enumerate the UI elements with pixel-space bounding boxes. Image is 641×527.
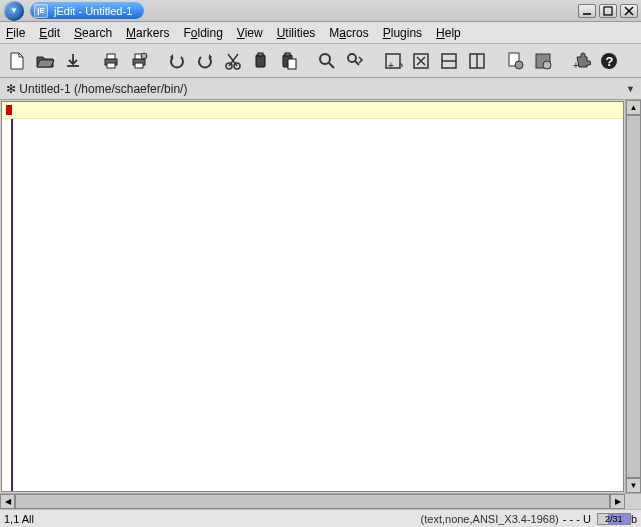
editor-area: ▲ ▼ (0, 100, 641, 493)
scroll-corner (625, 494, 641, 509)
svg-rect-17 (288, 59, 296, 69)
svg-point-10 (141, 53, 147, 59)
svg-rect-6 (107, 63, 115, 68)
status-flags: - - - U (563, 513, 591, 525)
text-area[interactable] (1, 101, 624, 492)
cut-button[interactable] (220, 48, 246, 74)
menu-edit[interactable]: Edit (39, 26, 60, 40)
print-button[interactable] (98, 48, 124, 74)
save-button[interactable] (60, 48, 86, 74)
svg-rect-9 (135, 63, 143, 68)
app-icon: jE (34, 4, 48, 18)
text-content[interactable] (11, 119, 623, 491)
vscroll-track[interactable] (626, 115, 641, 478)
find-button[interactable] (314, 48, 340, 74)
caret-position: 1,1 All (4, 513, 421, 525)
maximize-button[interactable] (599, 4, 617, 18)
menu-search[interactable]: Search (74, 26, 112, 40)
menu-utilities[interactable]: Utilities (277, 26, 316, 40)
menu-folding[interactable]: Folding (183, 26, 222, 40)
svg-point-28 (515, 61, 523, 69)
help-button[interactable]: ? (596, 48, 622, 74)
unsplit-button[interactable] (408, 48, 434, 74)
menu-macros[interactable]: Macros (329, 26, 368, 40)
buffer-mode[interactable]: (text,none,ANSI_X3.4-1968) (421, 513, 559, 525)
minimize-button[interactable] (578, 4, 596, 18)
hscroll-track[interactable] (15, 494, 610, 509)
scroll-right-button[interactable]: ▶ (610, 494, 625, 509)
window-title: jEdit - Untitled-1 (54, 5, 132, 17)
svg-point-18 (320, 54, 330, 64)
memory-suffix: b (631, 513, 637, 525)
buffer-modified-icon: ✻ (6, 82, 16, 96)
menu-plugins[interactable]: Plugins (383, 26, 422, 40)
horizontal-scrollbar[interactable]: ◀ ▶ (0, 493, 641, 509)
buffer-label: Untitled-1 (/home/schaefer/bin/) (19, 82, 187, 96)
svg-rect-16 (285, 53, 290, 56)
svg-rect-14 (258, 53, 263, 56)
new-file-button[interactable] (4, 48, 30, 74)
redo-button[interactable] (192, 48, 218, 74)
page-setup-button[interactable] (126, 48, 152, 74)
svg-point-19 (348, 54, 356, 62)
split-vertical-button[interactable] (464, 48, 490, 74)
find-next-button[interactable] (342, 48, 368, 74)
window-titlebar: ▼ jE jEdit - Untitled-1 (0, 0, 641, 22)
undo-button[interactable] (164, 48, 190, 74)
svg-text:+: + (388, 60, 394, 71)
window-menu-button[interactable]: ▼ (4, 1, 24, 21)
memory-label: 2/31 (605, 514, 623, 524)
copy-button[interactable] (248, 48, 274, 74)
open-file-button[interactable] (32, 48, 58, 74)
hscroll-thumb[interactable] (15, 494, 610, 509)
status-bar: 1,1 All (text,none,ANSI_X3.4-1968) - - -… (0, 509, 641, 527)
svg-text:+: + (573, 60, 579, 71)
new-view-button[interactable]: + (380, 48, 406, 74)
svg-text:?: ? (606, 54, 614, 69)
buffer-options-button[interactable] (502, 48, 528, 74)
close-button[interactable] (620, 4, 638, 18)
current-line-highlight (2, 102, 623, 119)
vertical-scrollbar[interactable]: ▲ ▼ (625, 100, 641, 493)
buffer-dropdown-icon[interactable]: ▼ (626, 84, 635, 94)
toolbar: + + ? (0, 44, 641, 78)
svg-rect-1 (604, 7, 612, 15)
buffer-switcher[interactable]: ✻ Untitled-1 (/home/schaefer/bin/) ▼ (0, 78, 641, 100)
scroll-left-button[interactable]: ◀ (0, 494, 15, 509)
split-horizontal-button[interactable] (436, 48, 462, 74)
menu-file[interactable]: File (6, 26, 25, 40)
gutter-marker-icon (6, 105, 12, 115)
plugin-manager-button[interactable]: + (568, 48, 594, 74)
vscroll-thumb[interactable] (626, 115, 641, 478)
svg-rect-5 (107, 54, 115, 59)
memory-indicator[interactable]: 2/31 b (597, 513, 637, 525)
svg-point-30 (543, 61, 551, 69)
svg-rect-13 (256, 55, 265, 67)
title-pill[interactable]: jE jEdit - Untitled-1 (30, 2, 144, 19)
menu-bar: File Edit Search Markers Folding View Ut… (0, 22, 641, 44)
paste-button[interactable] (276, 48, 302, 74)
scroll-up-button[interactable]: ▲ (626, 100, 641, 115)
scroll-down-button[interactable]: ▼ (626, 478, 641, 493)
menu-markers[interactable]: Markers (126, 26, 169, 40)
global-options-button[interactable] (530, 48, 556, 74)
menu-view[interactable]: View (237, 26, 263, 40)
menu-help[interactable]: Help (436, 26, 461, 40)
